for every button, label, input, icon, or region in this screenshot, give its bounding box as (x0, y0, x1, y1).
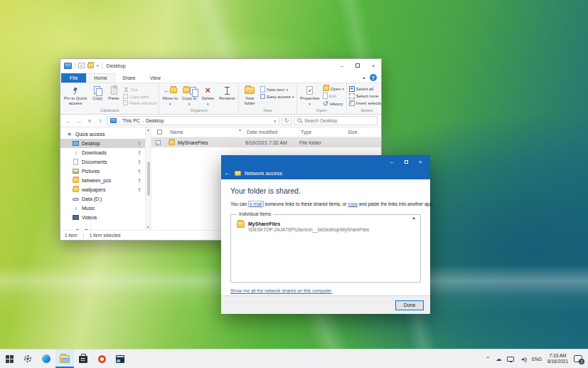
start-button[interactable] (0, 349, 18, 368)
help-icon[interactable]: ? (370, 74, 377, 81)
edit-button[interactable]: Edit (323, 93, 344, 99)
done-button[interactable]: Done (395, 300, 424, 310)
new-folder-quick-icon[interactable] (87, 63, 94, 68)
select-none-button[interactable]: Select none (349, 93, 381, 99)
sidebar-item-wallpapers[interactable]: wallpapers (60, 185, 145, 194)
speaker-icon[interactable]: ◄)) (520, 357, 526, 362)
new-item-button[interactable]: New item▾ (260, 86, 294, 93)
back-icon[interactable]: ← (64, 117, 73, 125)
documents-icon (73, 159, 78, 165)
tab-share[interactable]: Share (115, 74, 143, 83)
copy-link[interactable]: copy (348, 201, 358, 206)
file-explorer-icon (60, 355, 70, 363)
shared-item[interactable]: MyShareFiles \\DESKTOP-2AJA7SP\Users\m__… (237, 221, 415, 232)
properties-quick-icon[interactable]: ✓ (78, 63, 85, 68)
terminal-button[interactable] (111, 349, 129, 368)
scroll-up-icon[interactable]: ▲ (146, 128, 150, 132)
tab-file[interactable]: File (61, 73, 86, 83)
address-dropdown-chevron-icon[interactable]: ▾ (274, 119, 276, 123)
paste-button[interactable]: Paste (107, 85, 121, 101)
edge-button[interactable] (37, 349, 55, 368)
action-center-icon[interactable]: 2 (574, 355, 582, 362)
sidebar-item-desktop[interactable]: Desktop (60, 139, 145, 148)
sidebar-item-pictures[interactable]: Pictures (60, 167, 145, 176)
folder-icon (169, 140, 175, 145)
open-button[interactable]: Open▾ (323, 86, 344, 91)
language-indicator[interactable]: ENG (532, 357, 542, 362)
file-explorer-taskbar-button[interactable] (55, 349, 74, 368)
invert-selection-button[interactable]: Invert selection (349, 100, 381, 106)
copy-button[interactable]: Copy (90, 85, 105, 101)
recent-locations-chevron-icon[interactable]: ▾ (85, 117, 94, 125)
cut-button[interactable]: Cut (123, 86, 156, 93)
easy-access-button[interactable]: Easy access▾ (260, 94, 294, 99)
new-folder-button[interactable]: New folder (241, 85, 258, 105)
minimize-button[interactable]: – (334, 59, 350, 72)
taskbar: ⌃ ☁ ◄)) ENG 7:33 AM 8/16/2021 2 (0, 349, 588, 368)
email-link[interactable]: e-mail (248, 201, 264, 207)
maximize-button[interactable] (350, 59, 365, 72)
clock[interactable]: 7:33 AM 8/16/2021 (547, 353, 568, 364)
sidebar-item-between-pcs[interactable]: between_pcs (60, 176, 145, 185)
sidebar-item-quick-access[interactable]: ★ Quick access (60, 130, 145, 139)
sidebar-item-data-d[interactable]: Data (D:) (60, 194, 145, 204)
customize-toolbar-chevron-icon[interactable]: ▾ (97, 63, 99, 68)
opera-button[interactable] (92, 349, 111, 368)
rename-icon (224, 87, 230, 95)
back-icon[interactable]: ← (224, 169, 231, 177)
scroll-down-icon[interactable]: ▼ (146, 226, 150, 229)
delete-button[interactable]: × Delete▾ (200, 85, 215, 106)
sidebar-item-onedrive[interactable]: ☁ OneDrive (60, 226, 145, 230)
history-button[interactable]: ↺ History (323, 100, 344, 107)
close-button[interactable]: × (413, 157, 427, 166)
open-icon (323, 86, 329, 91)
sidebar-item-videos[interactable]: Videos (60, 213, 145, 222)
properties-button[interactable]: Properties▾ (299, 85, 321, 106)
sidebar-item-music[interactable]: ♪ Music (60, 204, 145, 213)
tab-home[interactable]: Home (86, 73, 115, 83)
close-button[interactable]: × (365, 59, 381, 72)
history-icon: ↺ (323, 100, 328, 107)
sidebar-item-downloads[interactable]: ↓ Downloads (60, 148, 145, 157)
copy-path-button[interactable]: Copy path (123, 94, 156, 99)
up-icon[interactable]: ↑ (96, 117, 105, 125)
paste-shortcut-button[interactable]: Paste shortcut (123, 100, 156, 105)
pin-icon (138, 160, 141, 164)
folder-icon (237, 221, 245, 228)
breadcrumb-this-pc[interactable]: This PC (122, 118, 140, 123)
show-all-shares-link[interactable]: Show me all the network shares on this c… (230, 288, 332, 293)
column-size[interactable]: Size (346, 127, 381, 137)
tab-view[interactable]: View (143, 74, 168, 83)
minimize-ribbon-icon[interactable]: ▲ (362, 75, 366, 80)
rename-button[interactable]: Rename (218, 85, 236, 101)
minimize-button[interactable]: – (385, 157, 399, 166)
search-box[interactable] (294, 116, 378, 125)
network-icon[interactable] (507, 357, 514, 362)
column-name[interactable]: Name▲ (169, 127, 245, 137)
store-button[interactable] (74, 349, 92, 368)
pin-icon (138, 188, 141, 191)
column-type[interactable]: Type (299, 127, 346, 137)
copy-to-button[interactable]: Copy to▾ (181, 85, 198, 106)
move-to-button[interactable]: ← Move to▾ (161, 85, 178, 106)
maximize-button[interactable] (399, 157, 413, 166)
breadcrumb-desktop[interactable]: Desktop (146, 118, 164, 123)
scrollbar-thumb[interactable] (147, 162, 150, 196)
collapse-chevron-icon[interactable]: ▲ (412, 216, 416, 220)
search-input[interactable] (304, 118, 374, 123)
pin-to-quick-access-button[interactable]: Pin to Quick access (63, 85, 88, 105)
column-date-modified[interactable]: Date modified (245, 127, 299, 137)
sidebar-scrollbar[interactable]: ▲ ▼ (146, 127, 151, 230)
show-hidden-icons-chevron-icon[interactable]: ⌃ (486, 356, 491, 362)
row-checkbox[interactable] (156, 140, 161, 145)
settings-button[interactable] (18, 349, 37, 368)
shared-item-path: \\DESKTOP-2AJA7SP\Users\m__la\Desktop\My… (248, 227, 369, 232)
onedrive-tray-cloud-icon[interactable]: ☁ (496, 356, 501, 362)
select-all-checkbox[interactable] (157, 130, 162, 135)
file-row-mysharefiles[interactable]: MyShareFiles 8/16/2021 7:32 AM File fold… (151, 137, 381, 147)
sidebar-item-documents[interactable]: Documents (60, 157, 145, 167)
breadcrumb[interactable]: › This PC › Desktop ▾ (107, 116, 279, 125)
refresh-icon[interactable]: ↻ (282, 116, 292, 125)
forward-icon[interactable]: → (75, 117, 83, 125)
select-all-button[interactable]: + Select all (349, 86, 381, 92)
